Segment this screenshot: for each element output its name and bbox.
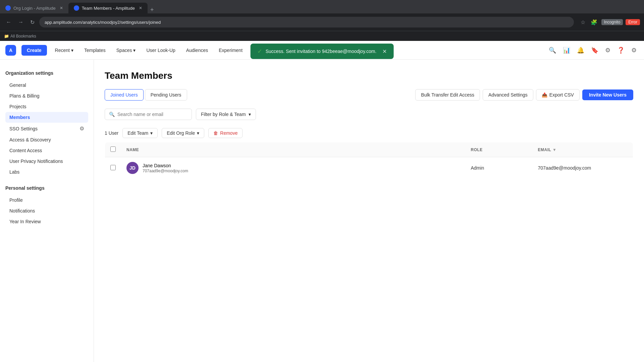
bookmark-button[interactable]: ☆	[579, 18, 587, 27]
header-email[interactable]: EMAIL ▼	[533, 142, 633, 157]
nav-spaces[interactable]: Spaces ▾	[114, 46, 139, 54]
bookmarks-folder[interactable]: 📁 All Bookmarks	[4, 34, 36, 39]
sidebar-members-label: Members	[9, 115, 30, 120]
toast-check-icon: ✓	[257, 48, 262, 55]
sidebar-item-privacy[interactable]: User Privacy Notifications	[5, 156, 88, 167]
sidebar-year-review-label: Year In Review	[9, 219, 41, 224]
sidebar-billing-label: Plans & Billing	[9, 93, 40, 99]
bulk-transfer-button[interactable]: Bulk Transfer Edit Access	[415, 89, 480, 101]
sso-settings-icon: ⚙	[79, 125, 84, 132]
row-email-cell: 707aad9e@moodjoy.com	[533, 157, 633, 179]
tab-favicon-1	[5, 5, 11, 11]
edit-team-button[interactable]: Edit Team ▾	[122, 128, 158, 138]
user-cell: JD Jane Dawson 707aad9e@moodjoy.com	[126, 162, 460, 174]
table-header-row: NAME ROLE EMAIL ▼	[105, 142, 633, 157]
nav-audiences[interactable]: Audiences	[183, 46, 211, 54]
header-name: NAME	[121, 142, 466, 157]
sidebar-item-access-discovery[interactable]: Access & Discovery	[5, 134, 88, 145]
sidebar-item-billing[interactable]: Plans & Billing	[5, 90, 88, 101]
tools-icon-button[interactable]: ⚙	[603, 45, 612, 56]
extension-button[interactable]: 🧩	[589, 18, 599, 27]
nav-templates-label: Templates	[84, 48, 106, 53]
sidebar-item-sso[interactable]: SSO Settings ⚙	[5, 123, 88, 134]
bookmarks-icon-button[interactable]: 🔖	[589, 45, 600, 56]
invite-users-button[interactable]: Invite New Users	[582, 89, 633, 100]
advanced-settings-button[interactable]: Advanced Settings	[483, 89, 533, 101]
back-button[interactable]: ←	[4, 18, 13, 26]
forward-button[interactable]: →	[16, 18, 25, 26]
export-csv-icon: 📤	[542, 92, 547, 98]
notifications-icon-button[interactable]: 🔔	[575, 45, 586, 56]
logo-text: A	[9, 48, 12, 53]
sidebar-item-general[interactable]: General	[5, 80, 88, 90]
tab-close-1[interactable]: ✕	[60, 6, 63, 10]
remove-label: Remove	[220, 130, 237, 136]
remove-button[interactable]: 🗑 Remove	[208, 128, 243, 138]
export-csv-button[interactable]: 📤 Export CSV	[536, 89, 580, 101]
sidebar-item-notifications[interactable]: Notifications	[5, 205, 88, 216]
sidebar-notifications-label: Notifications	[9, 208, 35, 214]
nav-experiment-label: Experiment	[219, 48, 243, 53]
filter-dropdown[interactable]: Filter by Role & Team ▾	[196, 109, 256, 120]
sidebar-item-profile[interactable]: Profile	[5, 195, 88, 205]
tab-title-2: Team Members - Amplitude	[82, 6, 135, 11]
table-row: JD Jane Dawson 707aad9e@moodjoy.com Admi…	[105, 157, 633, 179]
bookmarks-label: All Bookmarks	[10, 34, 36, 39]
analytics-icon-button[interactable]: 📊	[561, 45, 572, 56]
settings-icon-button[interactable]: ⚙	[629, 45, 639, 56]
nav-audiences-label: Audiences	[186, 48, 208, 53]
success-toast: ✓ Success. Sent invitation to 942beeae@m…	[251, 44, 394, 59]
search-icon-button[interactable]: 🔍	[547, 45, 558, 56]
row-checkbox[interactable]	[110, 165, 116, 170]
personal-section-title: Personal settings	[5, 185, 88, 191]
nav-templates[interactable]: Templates	[82, 46, 108, 54]
user-role: Admin	[471, 165, 484, 171]
reload-button[interactable]: ↻	[28, 18, 37, 27]
sidebar-item-members[interactable]: Members	[5, 112, 88, 123]
nav-spaces-chevron: ▾	[133, 48, 136, 53]
user-email-sub: 707aad9e@moodjoy.com	[143, 169, 188, 173]
tab-pending-users[interactable]: Pending Users	[145, 89, 187, 101]
nav-userlookup-label: User Look-Up	[146, 48, 175, 53]
sidebar-privacy-label: User Privacy Notifications	[9, 159, 63, 164]
header-checkbox-col	[105, 142, 121, 157]
address-bar[interactable]	[39, 17, 574, 27]
row-role-cell: Admin	[466, 157, 533, 179]
sidebar-item-year-review[interactable]: Year In Review	[5, 216, 88, 227]
help-icon-button[interactable]: ❓	[615, 45, 627, 56]
new-tab-button[interactable]: +	[148, 6, 157, 13]
export-csv-label: Export CSV	[549, 92, 574, 98]
edit-org-role-button[interactable]: Edit Org Role ▾	[162, 128, 204, 138]
sidebar-projects-label: Projects	[9, 104, 26, 109]
row-checkbox-cell	[105, 157, 121, 179]
incognito-badge: Incognito	[601, 19, 623, 25]
org-section-title: Organization settings	[5, 70, 88, 76]
toast-close-button[interactable]: ✕	[382, 48, 387, 55]
search-input[interactable]	[117, 112, 187, 117]
nav-spaces-label: Spaces	[116, 48, 132, 53]
browser-tab-1[interactable]: Org Login - Amplitude ✕	[0, 3, 68, 13]
tab-title-1: Org Login - Amplitude	[13, 6, 56, 11]
sidebar-profile-label: Profile	[9, 197, 23, 203]
edit-team-chevron-icon: ▾	[150, 130, 153, 136]
nav-experiment[interactable]: Experiment	[216, 46, 245, 54]
nav-userlookup[interactable]: User Look-Up	[144, 46, 178, 54]
tab-joined-users[interactable]: Joined Users	[105, 89, 144, 101]
sidebar-labs-label: Labs	[9, 169, 19, 175]
tab-close-2[interactable]: ✕	[139, 6, 142, 10]
browser-tab-2[interactable]: Team Members - Amplitude ✕	[68, 3, 148, 13]
sidebar-item-projects[interactable]: Projects	[5, 101, 88, 112]
header-email-label: EMAIL	[538, 147, 551, 152]
select-all-checkbox[interactable]	[110, 146, 116, 152]
sidebar-item-labs[interactable]: Labs	[5, 167, 88, 177]
sidebar-item-content-access[interactable]: Content Access	[5, 145, 88, 156]
create-button[interactable]: Create	[21, 45, 47, 56]
nav-recent[interactable]: Recent ▾	[52, 46, 76, 54]
sidebar-content-label: Content Access	[9, 148, 42, 153]
row-name-cell: JD Jane Dawson 707aad9e@moodjoy.com	[121, 157, 466, 179]
amplitude-logo[interactable]: A	[5, 45, 16, 56]
bookmark-icon: 📁	[4, 34, 9, 39]
sidebar-access-label: Access & Discovery	[9, 137, 51, 142]
tabs-row: Joined Users Pending Users Bulk Transfer…	[105, 89, 633, 101]
nav-recent-label: Recent	[55, 48, 70, 53]
